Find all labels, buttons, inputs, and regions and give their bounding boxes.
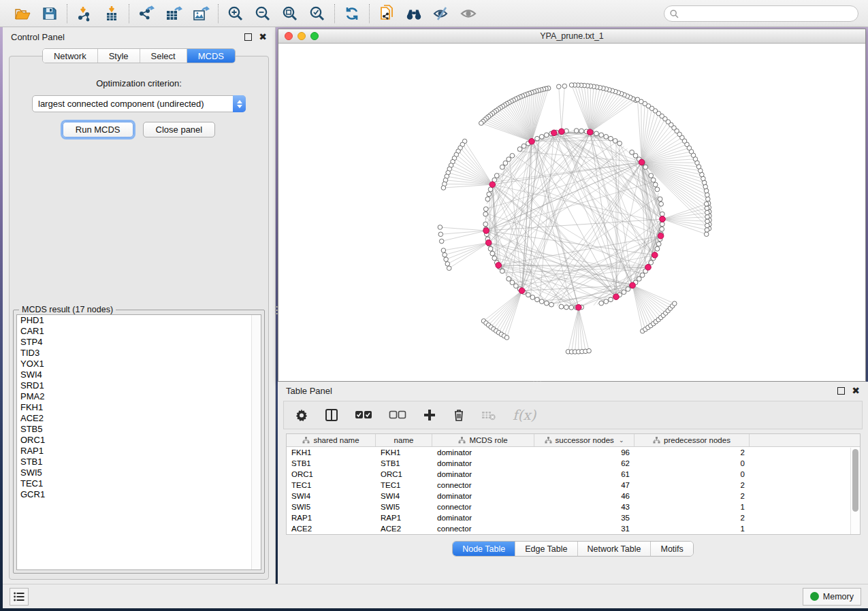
zoom-fit-button[interactable] [281, 5, 299, 22]
clone-network-button[interactable] [378, 5, 396, 22]
mcds-result-item[interactable]: YOX1 [17, 359, 261, 369]
cell-name: STB1 [376, 458, 432, 469]
export-table-icon [165, 5, 182, 22]
mcds-result-list[interactable]: PHD1CAR1STP4TID3YOX1SWI4SRD1PMA2FKH1ACE2… [16, 314, 261, 570]
tab-edge-table[interactable]: Edge Table [515, 542, 577, 556]
tab-node-table[interactable]: Node Table [453, 542, 515, 556]
mcds-result-item[interactable]: SRD1 [17, 380, 261, 391]
memory-button[interactable]: Memory [803, 588, 861, 606]
column-label: MCDS role [469, 436, 507, 444]
mcds-result-item[interactable]: SWI4 [17, 369, 261, 380]
column-header-successor-nodes[interactable]: successor nodes⌄ [534, 434, 634, 446]
mcds-result-item[interactable]: FKH1 [17, 402, 261, 413]
hide-selected-button[interactable] [432, 5, 450, 22]
column-header-MCDS-role[interactable]: MCDS role [432, 434, 534, 446]
close-window-icon[interactable] [285, 32, 293, 40]
select-all-rows-button[interactable] [355, 410, 372, 420]
close-panel-icon[interactable]: ✖ [259, 33, 267, 41]
export-table-button[interactable] [165, 5, 182, 22]
mcds-result-item[interactable]: CAR1 [17, 326, 261, 337]
tab-style[interactable]: Style [98, 49, 140, 63]
plus-icon [423, 408, 436, 422]
cell-successor_nodes: 61 [534, 469, 634, 480]
mcds-result-item[interactable]: STB1 [17, 457, 261, 467]
network-canvas[interactable] [278, 44, 865, 381]
refresh-button[interactable] [343, 5, 361, 22]
float-panel-icon[interactable] [244, 33, 252, 41]
eye-slash-icon [432, 6, 450, 21]
tab-network-table[interactable]: Network Table [578, 542, 652, 556]
scrollbar-thumb[interactable] [852, 449, 858, 512]
minimize-window-icon[interactable] [298, 32, 306, 40]
cell-predecessor_nodes: 1 [634, 523, 750, 534]
float-table-panel-icon[interactable] [837, 387, 845, 395]
column-header-shared-name[interactable]: shared name [287, 434, 376, 446]
table-row[interactable]: SWI5SWI5connector431 [287, 501, 860, 512]
checked-boxes-icon [355, 410, 372, 420]
mcds-result-item[interactable]: SWI5 [17, 467, 261, 478]
table-vertical-scrollbar[interactable] [850, 448, 860, 534]
show-task-history-button[interactable] [10, 588, 29, 606]
close-table-panel-icon[interactable]: ✖ [852, 387, 860, 395]
optimization-criterion-select[interactable]: largest connected component (undirected) [32, 95, 246, 112]
table-row[interactable]: TEC1TEC1connector472 [287, 480, 860, 491]
column-header-name[interactable]: name [376, 434, 432, 446]
column-header-predecessor-nodes[interactable]: predecessor nodes [634, 434, 750, 446]
tab-mcds[interactable]: MCDS [187, 49, 235, 63]
cell-shared_name: SWI4 [287, 491, 376, 501]
table-row[interactable]: RAP1RAP1dominator352 [287, 512, 860, 523]
zoom-selected-button[interactable] [308, 5, 326, 22]
result-list-scrollbar[interactable] [251, 315, 261, 569]
close-panel-button[interactable]: Close panel [143, 122, 216, 137]
mcds-result-item[interactable]: GCR1 [17, 489, 261, 500]
mcds-result-item[interactable]: TID3 [17, 348, 261, 359]
run-mcds-button[interactable]: Run MCDS [63, 122, 133, 137]
table-settings-button[interactable] [295, 408, 308, 422]
show-column-button[interactable] [325, 408, 338, 422]
zoom-in-button[interactable] [227, 5, 244, 22]
import-network-button[interactable] [76, 5, 93, 22]
show-all-button[interactable] [460, 5, 477, 22]
cell-name: TEC1 [376, 480, 432, 491]
export-network-button[interactable] [138, 5, 155, 22]
table-row[interactable]: ACE2ACE2connector311 [287, 523, 860, 534]
tab-network[interactable]: Network [43, 49, 98, 63]
mcds-result-item[interactable]: PHD1 [17, 315, 261, 326]
table-row[interactable]: SWI4SWI4dominator462 [287, 491, 860, 501]
cell-name: ACE2 [376, 523, 432, 534]
tab-select[interactable]: Select [140, 49, 187, 63]
table-row[interactable]: FKH1FKH1dominator962 [287, 447, 860, 458]
cell-successor_nodes: 29 [534, 534, 634, 535]
mcds-result-item[interactable]: STP4 [17, 337, 261, 348]
search-input[interactable] [664, 5, 858, 22]
add-column-button[interactable] [423, 408, 436, 422]
save-session-button[interactable] [41, 5, 59, 22]
delete-table-button [481, 410, 496, 420]
first-neighbors-button[interactable] [405, 5, 423, 22]
mcds-result-group: MCDS result (17 nodes) PHD1CAR1STP4TID3Y… [13, 310, 265, 574]
network-window-titlebar[interactable]: YPA_prune.txt_1 [278, 29, 865, 44]
table-row[interactable]: STB1STB1dominator620 [287, 458, 860, 469]
cell-successor_nodes: 43 [534, 501, 634, 512]
tab-motifs[interactable]: Motifs [651, 542, 692, 556]
maximize-window-icon[interactable] [310, 32, 319, 40]
mcds-result-item[interactable]: TEC1 [17, 478, 261, 489]
column-label: name [394, 436, 414, 444]
cell-shared_name: RAP1 [287, 512, 376, 523]
table-row[interactable]: YOX1YOX1connector291 [287, 534, 860, 535]
mcds-result-item[interactable]: PMA2 [17, 391, 261, 402]
export-image-button[interactable] [192, 5, 210, 22]
mcds-result-item[interactable]: ORC1 [17, 435, 261, 446]
open-file-button[interactable] [14, 5, 31, 22]
mcds-result-item[interactable]: RAP1 [17, 446, 261, 457]
delete-column-button[interactable] [453, 408, 465, 422]
table-row[interactable]: ORC1ORC1dominator610 [287, 469, 860, 480]
mcds-result-item[interactable]: ACE2 [17, 413, 261, 424]
mcds-result-item[interactable]: STB5 [17, 424, 261, 435]
optimization-criterion-label: Optimization criterion: [10, 78, 268, 88]
table-panel: Table Panel ✖ [278, 382, 868, 584]
deselect-all-rows-button[interactable] [389, 410, 406, 420]
import-table-button[interactable] [103, 5, 120, 22]
vertical-splitter-handle[interactable] [275, 306, 278, 316]
zoom-out-button[interactable] [254, 5, 272, 22]
